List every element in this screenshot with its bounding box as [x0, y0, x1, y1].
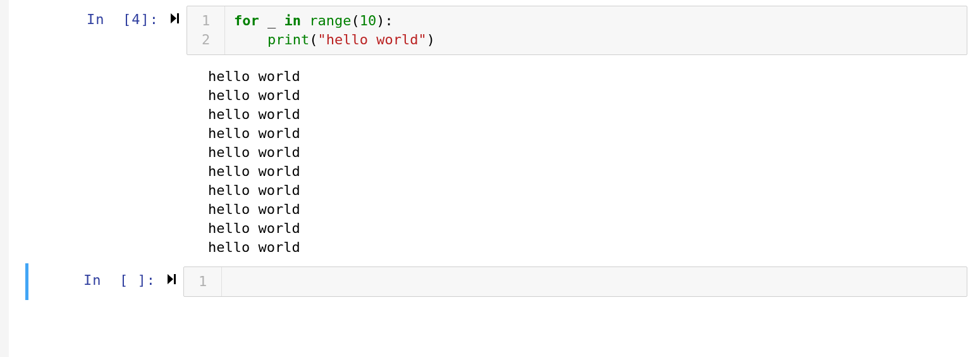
- stdout-output: hello world hello world hello world hell…: [187, 62, 967, 262]
- code-cell[interactable]: In [4]: 1 2 for _ in range(10): print("h…: [28, 3, 967, 58]
- output-prompt-spacer: [28, 62, 187, 262]
- line-number-gutter: 1 2: [187, 6, 225, 54]
- prompt-area: In [4]:: [28, 6, 187, 55]
- line-number: 2: [187, 30, 224, 49]
- output-area: hello world hello world hello world hell…: [28, 62, 967, 262]
- notebook-container: In [4]: 1 2 for _ in range(10): print("h…: [0, 0, 980, 300]
- run-cell-icon[interactable]: [170, 11, 180, 24]
- input-prompt: In [ ]:: [83, 272, 156, 288]
- code-input-area[interactable]: 1 2 for _ in range(10): print("hello wor…: [187, 6, 967, 55]
- code-input-area[interactable]: 1: [183, 266, 967, 297]
- run-cell-icon[interactable]: [167, 272, 177, 285]
- line-number: 1: [184, 272, 221, 291]
- code-editor[interactable]: [222, 267, 967, 296]
- scrollbar-gutter: [0, 0, 9, 301]
- line-number: 1: [187, 11, 224, 30]
- line-number-gutter: 1: [184, 267, 222, 296]
- svg-rect-1: [174, 274, 176, 284]
- code-editor[interactable]: for _ in range(10): print("hello world"): [225, 6, 967, 54]
- svg-rect-0: [177, 13, 179, 23]
- prompt-area: In [ ]:: [28, 266, 183, 297]
- code-cell[interactable]: In [ ]: 1: [25, 263, 967, 300]
- input-prompt: In [4]:: [87, 11, 159, 27]
